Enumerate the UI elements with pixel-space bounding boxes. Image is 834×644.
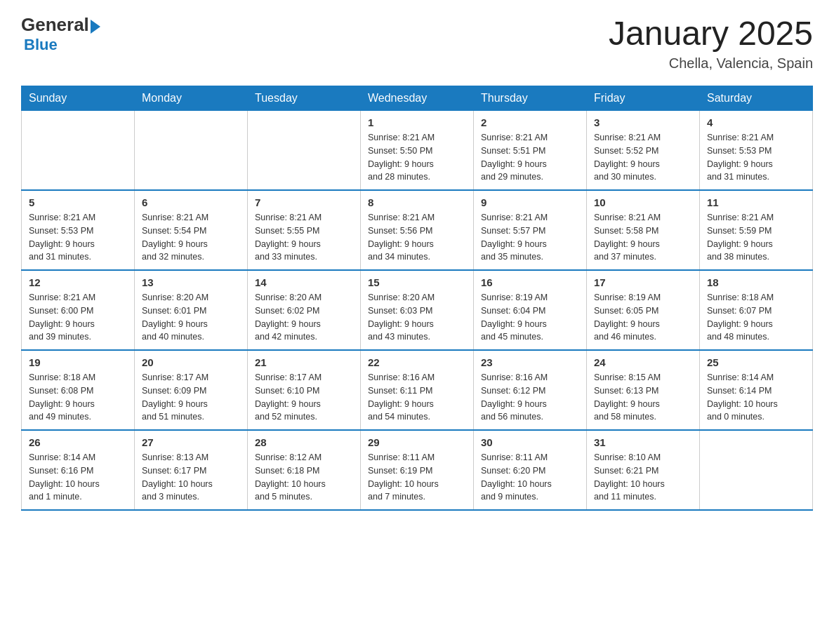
day-number: 5 (29, 196, 127, 208)
calendar-cell: 18Sunrise: 8:18 AMSunset: 6:07 PMDayligh… (700, 270, 813, 350)
calendar-day-header: Monday (135, 86, 248, 111)
calendar-cell: 8Sunrise: 8:21 AMSunset: 5:56 PMDaylight… (361, 190, 474, 270)
day-number: 15 (368, 276, 466, 288)
day-info: Sunrise: 8:21 AMSunset: 5:55 PMDaylight:… (255, 211, 353, 264)
day-info: Sunrise: 8:16 AMSunset: 6:11 PMDaylight:… (368, 371, 466, 424)
day-number: 3 (594, 116, 692, 128)
calendar-cell (135, 111, 248, 191)
day-number: 14 (255, 276, 353, 288)
day-number: 1 (368, 116, 466, 128)
calendar-day-header: Thursday (474, 86, 587, 111)
title-block: January 2025 Chella, Valencia, Spain (609, 14, 813, 72)
day-info: Sunrise: 8:15 AMSunset: 6:13 PMDaylight:… (594, 371, 692, 424)
calendar-week-row: 12Sunrise: 8:21 AMSunset: 6:00 PMDayligh… (22, 270, 813, 350)
day-number: 4 (707, 116, 805, 128)
page-header: General Blue January 2025 Chella, Valenc… (21, 14, 813, 72)
day-info: Sunrise: 8:14 AMSunset: 6:14 PMDaylight:… (707, 371, 805, 424)
day-info: Sunrise: 8:21 AMSunset: 5:58 PMDaylight:… (594, 211, 692, 264)
calendar-day-header: Tuesday (248, 86, 361, 111)
calendar-week-row: 26Sunrise: 8:14 AMSunset: 6:16 PMDayligh… (22, 430, 813, 510)
calendar-cell: 26Sunrise: 8:14 AMSunset: 6:16 PMDayligh… (22, 430, 135, 510)
day-number: 18 (707, 276, 805, 288)
day-number: 28 (255, 436, 353, 448)
calendar-cell: 27Sunrise: 8:13 AMSunset: 6:17 PMDayligh… (135, 430, 248, 510)
calendar-cell: 19Sunrise: 8:18 AMSunset: 6:08 PMDayligh… (22, 350, 135, 430)
calendar-cell: 30Sunrise: 8:11 AMSunset: 6:20 PMDayligh… (474, 430, 587, 510)
calendar-cell: 31Sunrise: 8:10 AMSunset: 6:21 PMDayligh… (587, 430, 700, 510)
day-info: Sunrise: 8:21 AMSunset: 5:56 PMDaylight:… (368, 211, 466, 264)
day-info: Sunrise: 8:21 AMSunset: 5:59 PMDaylight:… (707, 211, 805, 264)
day-number: 10 (594, 196, 692, 208)
day-number: 16 (481, 276, 579, 288)
calendar-table: SundayMondayTuesdayWednesdayThursdayFrid… (21, 86, 813, 511)
day-info: Sunrise: 8:16 AMSunset: 6:12 PMDaylight:… (481, 371, 579, 424)
calendar-cell (248, 111, 361, 191)
calendar-header-row: SundayMondayTuesdayWednesdayThursdayFrid… (22, 86, 813, 111)
calendar-cell: 13Sunrise: 8:20 AMSunset: 6:01 PMDayligh… (135, 270, 248, 350)
calendar-cell: 17Sunrise: 8:19 AMSunset: 6:05 PMDayligh… (587, 270, 700, 350)
calendar-cell: 14Sunrise: 8:20 AMSunset: 6:02 PMDayligh… (248, 270, 361, 350)
day-info: Sunrise: 8:13 AMSunset: 6:17 PMDaylight:… (142, 451, 240, 504)
calendar-cell: 10Sunrise: 8:21 AMSunset: 5:58 PMDayligh… (587, 190, 700, 270)
day-info: Sunrise: 8:21 AMSunset: 5:51 PMDaylight:… (481, 131, 579, 184)
calendar-cell: 21Sunrise: 8:17 AMSunset: 6:10 PMDayligh… (248, 350, 361, 430)
day-info: Sunrise: 8:21 AMSunset: 5:50 PMDaylight:… (368, 131, 466, 184)
day-number: 21 (255, 356, 353, 368)
day-info: Sunrise: 8:12 AMSunset: 6:18 PMDaylight:… (255, 451, 353, 504)
day-number: 11 (707, 196, 805, 208)
day-info: Sunrise: 8:21 AMSunset: 5:53 PMDaylight:… (707, 131, 805, 184)
calendar-cell (700, 430, 813, 510)
calendar-week-row: 19Sunrise: 8:18 AMSunset: 6:08 PMDayligh… (22, 350, 813, 430)
day-number: 22 (368, 356, 466, 368)
day-number: 7 (255, 196, 353, 208)
day-number: 17 (594, 276, 692, 288)
day-number: 29 (368, 436, 466, 448)
day-number: 31 (594, 436, 692, 448)
calendar-day-header: Wednesday (361, 86, 474, 111)
day-number: 8 (368, 196, 466, 208)
day-number: 30 (481, 436, 579, 448)
logo: General Blue (21, 14, 103, 54)
calendar-cell: 23Sunrise: 8:16 AMSunset: 6:12 PMDayligh… (474, 350, 587, 430)
day-info: Sunrise: 8:20 AMSunset: 6:01 PMDaylight:… (142, 291, 240, 344)
calendar-cell: 7Sunrise: 8:21 AMSunset: 5:55 PMDaylight… (248, 190, 361, 270)
day-info: Sunrise: 8:11 AMSunset: 6:20 PMDaylight:… (481, 451, 579, 504)
calendar-cell: 9Sunrise: 8:21 AMSunset: 5:57 PMDaylight… (474, 190, 587, 270)
day-info: Sunrise: 8:21 AMSunset: 5:54 PMDaylight:… (142, 211, 240, 264)
calendar-cell: 16Sunrise: 8:19 AMSunset: 6:04 PMDayligh… (474, 270, 587, 350)
main-title: January 2025 (609, 14, 813, 53)
day-info: Sunrise: 8:14 AMSunset: 6:16 PMDaylight:… (29, 451, 127, 504)
calendar-week-row: 5Sunrise: 8:21 AMSunset: 5:53 PMDaylight… (22, 190, 813, 270)
calendar-cell: 3Sunrise: 8:21 AMSunset: 5:52 PMDaylight… (587, 111, 700, 191)
calendar-cell: 20Sunrise: 8:17 AMSunset: 6:09 PMDayligh… (135, 350, 248, 430)
day-info: Sunrise: 8:18 AMSunset: 6:08 PMDaylight:… (29, 371, 127, 424)
logo-blue-text: Blue (24, 36, 103, 54)
day-number: 27 (142, 436, 240, 448)
calendar-cell: 6Sunrise: 8:21 AMSunset: 5:54 PMDaylight… (135, 190, 248, 270)
day-info: Sunrise: 8:20 AMSunset: 6:03 PMDaylight:… (368, 291, 466, 344)
day-info: Sunrise: 8:19 AMSunset: 6:04 PMDaylight:… (481, 291, 579, 344)
day-number: 26 (29, 436, 127, 448)
calendar-cell: 28Sunrise: 8:12 AMSunset: 6:18 PMDayligh… (248, 430, 361, 510)
day-number: 19 (29, 356, 127, 368)
calendar-cell: 24Sunrise: 8:15 AMSunset: 6:13 PMDayligh… (587, 350, 700, 430)
calendar-day-header: Saturday (700, 86, 813, 111)
calendar-cell: 25Sunrise: 8:14 AMSunset: 6:14 PMDayligh… (700, 350, 813, 430)
calendar-week-row: 1Sunrise: 8:21 AMSunset: 5:50 PMDaylight… (22, 111, 813, 191)
day-number: 12 (29, 276, 127, 288)
day-number: 25 (707, 356, 805, 368)
logo-general-text: General (21, 14, 89, 36)
subtitle: Chella, Valencia, Spain (609, 55, 813, 72)
calendar-cell: 12Sunrise: 8:21 AMSunset: 6:00 PMDayligh… (22, 270, 135, 350)
logo-arrow-icon (91, 20, 100, 34)
day-info: Sunrise: 8:17 AMSunset: 6:10 PMDaylight:… (255, 371, 353, 424)
calendar-cell: 2Sunrise: 8:21 AMSunset: 5:51 PMDaylight… (474, 111, 587, 191)
day-info: Sunrise: 8:21 AMSunset: 5:57 PMDaylight:… (481, 211, 579, 264)
day-info: Sunrise: 8:20 AMSunset: 6:02 PMDaylight:… (255, 291, 353, 344)
calendar-cell (22, 111, 135, 191)
day-number: 20 (142, 356, 240, 368)
day-info: Sunrise: 8:19 AMSunset: 6:05 PMDaylight:… (594, 291, 692, 344)
calendar-cell: 4Sunrise: 8:21 AMSunset: 5:53 PMDaylight… (700, 111, 813, 191)
calendar-day-header: Sunday (22, 86, 135, 111)
day-number: 13 (142, 276, 240, 288)
